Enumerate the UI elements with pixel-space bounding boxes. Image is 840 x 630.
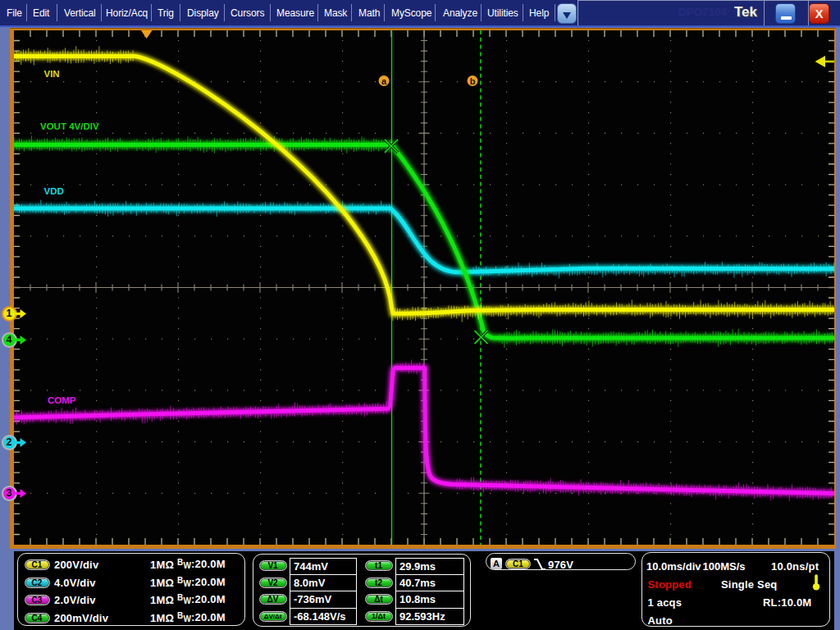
- svg-text:a: a: [381, 75, 387, 85]
- svg-text:VDD: VDD: [44, 185, 64, 195]
- svg-text:VIN: VIN: [44, 69, 60, 79]
- svg-text:VOUT 4V/DIV: VOUT 4V/DIV: [40, 121, 99, 130]
- svg-text:b: b: [470, 75, 476, 85]
- svg-text:COMP: COMP: [48, 395, 76, 405]
